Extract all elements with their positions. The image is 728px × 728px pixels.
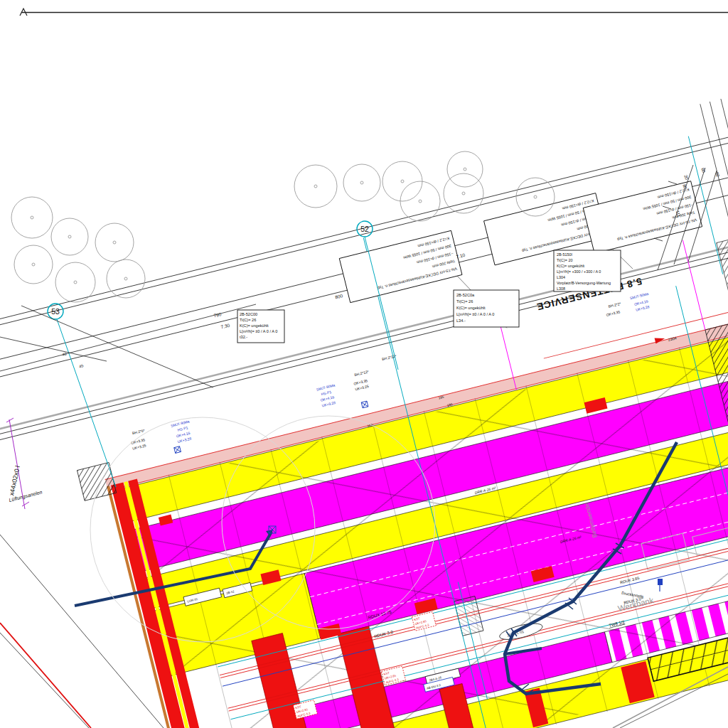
svg-text:x44x02x0 l: x44x02x0 l <box>8 465 21 496</box>
svg-text:L304: L304 <box>557 275 565 279</box>
svg-text:Ti(C)= 26: Ti(C)= 26 <box>240 318 256 322</box>
svg-text:K(C)= ungekühlt: K(C)= ungekühlt <box>240 323 269 328</box>
svg-text:45: 45 <box>78 363 83 368</box>
svg-text:L[m³/h]= ±0 / A 0 / A 0: L[m³/h]= ±0 / A 0 / A 0 <box>240 329 277 333</box>
svg-text:OK+3.35: OK+3.35 <box>606 309 621 317</box>
svg-text:Ti(C)= 20: Ti(C)= 20 <box>557 258 572 262</box>
ref-bubble-53: 53 <box>48 304 116 487</box>
info-box-a: 2B-52C00 Ti(C)= 26 K(C)= ungekühlt L[m³/… <box>237 310 284 343</box>
svg-text:L[m³/h]= ±0 / A 0 / A 0: L[m³/h]= ±0 / A 0 / A 0 <box>456 312 494 316</box>
svg-text:62: 62 <box>714 171 720 178</box>
red-diagonal-line <box>0 623 91 728</box>
svg-text:2B-5150I: 2B-5150I <box>557 252 572 257</box>
svg-text:L34.-: L34.- <box>456 318 466 323</box>
svg-text:7.10: 7.10 <box>456 252 466 259</box>
svg-text:Ti(C)= 26: Ti(C)= 26 <box>456 299 473 304</box>
svg-text:2B-52C0a: 2B-52C0a <box>456 293 475 297</box>
sheet-border <box>20 9 728 16</box>
svg-text:K(C)= ungekühlt: K(C)= ungekühlt <box>456 306 486 310</box>
svg-text:K(C)= ungekühlt: K(C)= ungekühlt <box>557 264 585 268</box>
info-box-b: 2B-52C0a Ti(C)= 26 K(C)= ungekühlt L[m³/… <box>454 290 519 327</box>
tree-circles <box>11 151 555 302</box>
svg-text:2B-52C00: 2B-52C00 <box>240 312 257 316</box>
svg-text:L[m³/h]= +300 / +300 / A 0: L[m³/h]= +300 / +300 / A 0 <box>557 269 601 274</box>
svg-text:800: 800 <box>334 293 343 300</box>
svg-text:BH.2*12*: BH.2*12* <box>354 369 369 377</box>
svg-text:7.30: 7.30 <box>220 323 230 330</box>
svg-text:L308: L308 <box>557 287 565 291</box>
cad-plan-canvas: VN-TS-HY DECKE-Kühlwasseranschluss n. Ty… <box>0 0 728 728</box>
svg-text:52: 52 <box>360 225 369 233</box>
svg-text:BH.2*2*: BH.2*2* <box>608 301 621 309</box>
svg-text:60: 60 <box>700 167 706 173</box>
svg-text:790: 790 <box>213 311 223 318</box>
rotated-plan-group: VN-TS-HY DECKE-Kühlwasseranschluss n. Ty… <box>0 36 728 728</box>
info-box-c: 2B-5150I Ti(C)= 20 K(C)= ungekühlt L[m³/… <box>554 250 621 291</box>
svg-text:Vorplatz/B-Versorgung-Wartung: Vorplatz/B-Versorgung-Wartung <box>557 281 611 285</box>
svg-text:t32.-: t32.- <box>240 335 247 339</box>
svg-text:53: 53 <box>51 307 60 316</box>
